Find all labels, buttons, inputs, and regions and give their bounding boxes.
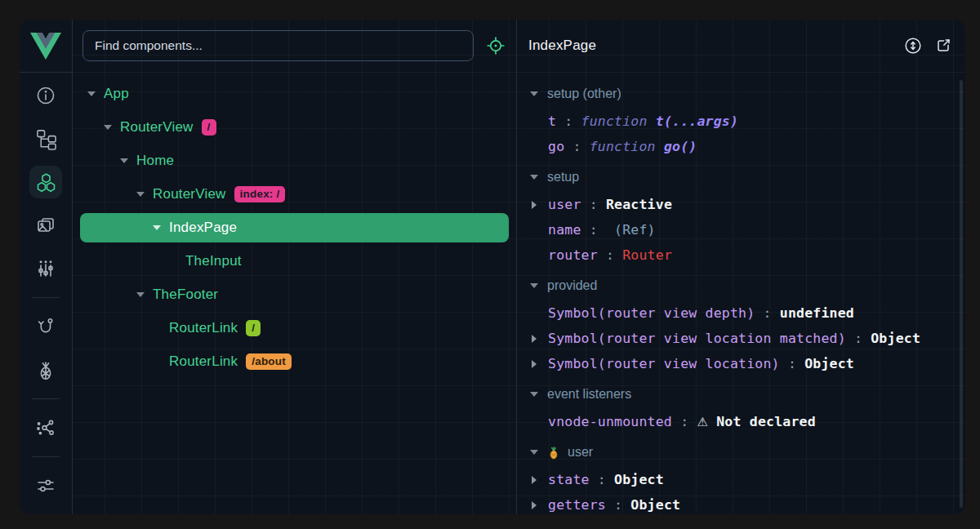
property-value: function: [590, 139, 664, 154]
caret-right-icon[interactable]: [532, 501, 537, 509]
property-row[interactable]: user : Reactive: [530, 192, 965, 217]
tree-node[interactable]: IndexPage: [80, 213, 509, 242]
caret-down-icon[interactable]: [120, 158, 128, 163]
caret-down-icon[interactable]: [530, 283, 538, 288]
component-hierarchy-icon[interactable]: [29, 122, 62, 155]
inspect-target-icon[interactable]: [485, 35, 506, 56]
caret-right-icon[interactable]: [532, 335, 537, 343]
graph-icon[interactable]: [29, 411, 62, 444]
caret-down-icon[interactable]: [153, 225, 161, 230]
caret-down-icon[interactable]: [104, 125, 112, 130]
inspector-header-icons: [904, 37, 952, 55]
settings-icon[interactable]: [29, 469, 62, 502]
tree-node[interactable]: TheFooter: [80, 280, 509, 309]
caret-down-icon[interactable]: [530, 175, 538, 180]
tree-node[interactable]: App: [80, 79, 509, 109]
tree-node-label: Home: [136, 153, 174, 169]
colon: :: [672, 414, 697, 429]
components-icon[interactable]: [29, 166, 62, 198]
colon: :: [755, 305, 779, 321]
property-row[interactable]: Symbol(router view depth) : undefined: [530, 300, 965, 326]
router-icon[interactable]: [29, 310, 62, 343]
caret-right-icon[interactable]: [532, 201, 537, 209]
activity-icons: [20, 73, 72, 514]
section-title: setup: [547, 170, 579, 184]
colon: :: [564, 139, 589, 154]
vue-logo: [20, 20, 72, 73]
route-badge: /: [202, 119, 216, 136]
timeline-icon[interactable]: [29, 252, 62, 285]
caret-down-icon[interactable]: [136, 192, 145, 197]
property-key: router: [548, 247, 598, 263]
info-icon[interactable]: [29, 79, 62, 112]
sidebar-bottom-group: [20, 455, 72, 513]
inspector-section: userstate : Objectgetters : Object: [530, 438, 965, 514]
tree-node[interactable]: TheInput: [80, 247, 509, 276]
section-header[interactable]: provided: [530, 271, 965, 300]
caret-cell: [104, 125, 120, 130]
open-in-editor-icon[interactable]: [934, 37, 952, 55]
property-value: function: [581, 113, 656, 129]
sidebar-divider: [32, 456, 60, 457]
tree-node[interactable]: RouterViewindex: /: [80, 180, 509, 209]
section-header[interactable]: user: [530, 438, 965, 467]
tree-node[interactable]: RouterView/: [80, 113, 509, 142]
property-row[interactable]: name : (Ref): [530, 217, 965, 242]
inspector-title: IndexPage: [528, 38, 904, 54]
caret-cell: [153, 225, 169, 230]
property-key: getters: [548, 497, 606, 513]
caret-cell: [532, 360, 548, 368]
tree-node[interactable]: RouterLink/: [80, 313, 509, 343]
caret-cell: [532, 335, 548, 343]
property-key: state: [548, 472, 590, 487]
property-key: user: [548, 197, 581, 212]
property-value: Object: [871, 331, 920, 346]
property-value: Router: [622, 247, 672, 263]
tree-node[interactable]: RouterLink/about: [80, 347, 509, 376]
property-row[interactable]: state : Object: [530, 467, 965, 492]
caret-cell: [530, 450, 547, 455]
route-badge: index: /: [234, 186, 286, 202]
caret-down-icon[interactable]: [136, 292, 145, 297]
property-key: Symbol(router view depth): [548, 305, 755, 321]
sidebar-divider: [32, 297, 60, 298]
property-value: undefined: [780, 305, 854, 321]
inspector-panel: IndexPage setup (other)t : function t(..…: [517, 20, 965, 514]
tree-node-label: RouterLink: [169, 353, 238, 370]
devtools-window: AppRouterView/HomeRouterViewindex: /Inde…: [20, 20, 965, 514]
pineapple-icon: [547, 446, 562, 460]
caret-down-icon[interactable]: [530, 450, 538, 455]
property-value: Reactive: [606, 197, 672, 212]
colon: :: [606, 497, 630, 513]
caret-down-icon[interactable]: [530, 392, 538, 397]
inspector-content: setup (other)t : function t(...args)go :…: [517, 73, 965, 514]
caret-cell: [532, 501, 548, 509]
tree-node[interactable]: Home: [80, 146, 509, 176]
scrollbar[interactable]: [960, 80, 963, 508]
property-row[interactable]: Symbol(router view location) : Object: [530, 351, 965, 376]
caret-down-icon[interactable]: [87, 91, 96, 96]
property-row[interactable]: Symbol(router view location matched) : O…: [530, 326, 965, 351]
property-row[interactable]: go : function go(): [530, 134, 965, 159]
tree-node-label: RouterView: [153, 186, 226, 202]
assets-icon[interactable]: [29, 209, 62, 242]
scroll-to-component-icon[interactable]: [904, 37, 922, 55]
property-key: name: [548, 222, 581, 238]
colon: :: [780, 356, 804, 371]
pinia-icon[interactable]: [29, 353, 62, 386]
caret-right-icon[interactable]: [532, 360, 537, 368]
inspector-section: setupuser : Reactivename : (Ref)router :…: [530, 162, 965, 268]
colon: :: [556, 113, 581, 129]
search-input[interactable]: [82, 30, 474, 61]
property-row[interactable]: router : Router: [530, 242, 965, 268]
property-row[interactable]: t : function t(...args): [530, 109, 965, 134]
caret-down-icon[interactable]: [530, 91, 538, 96]
caret-right-icon[interactable]: [532, 476, 537, 484]
property-row[interactable]: vnode-unmounted : ⚠ Not declared: [530, 409, 965, 434]
tree-node-label: RouterView: [120, 119, 194, 136]
section-header[interactable]: setup: [530, 162, 965, 192]
caret-cell: [530, 91, 547, 96]
section-header[interactable]: setup (other): [530, 79, 965, 109]
section-header[interactable]: event listeners: [530, 380, 965, 409]
property-row[interactable]: getters : Object: [530, 492, 965, 514]
